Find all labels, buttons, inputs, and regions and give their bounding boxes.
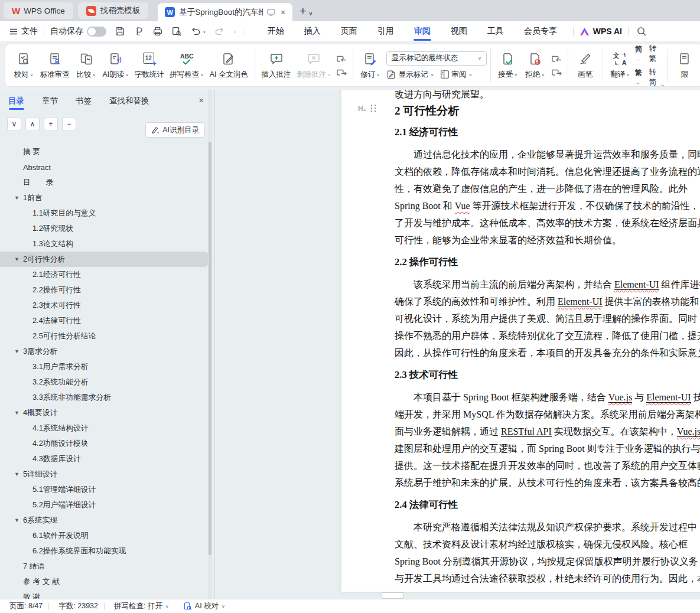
- doc-text-line[interactable]: 文档的依赖，降低存储成本和时间消耗。信息化管理还提高了业务流程的透: [395, 163, 700, 180]
- tab-docer-templates[interactable]: 找稻壳模板: [78, 2, 149, 19]
- doc-text-line[interactable]: 可视化设计，系统为用户提供了美观、简洁且易于理解的操作界面。同时，: [395, 310, 700, 327]
- ai-polish-button[interactable]: AI 全文润色: [207, 47, 251, 84]
- restrict-edit-button[interactable]: 限: [671, 47, 698, 84]
- doc-text-line[interactable]: 性，有效避免了虚假信息的产生，进一步降低了潜在的管理风险。此外: [395, 180, 700, 197]
- toc-collapse-arrow-icon[interactable]: ▼: [14, 348, 19, 354]
- toc-item[interactable]: 4.2功能设计模块: [0, 436, 208, 451]
- reject-revision-button[interactable]: 拒绝∨: [522, 47, 549, 84]
- review-pane-button[interactable]: 审阅∨: [440, 70, 473, 80]
- toc-item[interactable]: 2.5可行性分析结论: [0, 328, 208, 344]
- accept-revision-button[interactable]: 接受∨: [494, 47, 522, 84]
- doc-text-line[interactable]: 通过信息化技术的应用，企业能够显著提升运营效率和服务质量，同时: [395, 146, 700, 163]
- toc-item[interactable]: 7 结语: [0, 559, 208, 574]
- markup-state-select[interactable]: 显示标记的最终状态 ∨: [386, 51, 487, 66]
- toc-item[interactable]: ▼6系统实现: [0, 513, 208, 528]
- doc-text-line[interactable]: 文献、技术资料及设计素材均经过版权核实，确保无侵权风险。核心框: [395, 536, 700, 553]
- toc-item[interactable]: 摘 要: [0, 144, 208, 159]
- menu-insert[interactable]: 插入: [294, 21, 331, 41]
- enter-mobile-view-icon[interactable]: [267, 9, 275, 16]
- simplified-to-traditional-button[interactable]: 简→ 转繁: [635, 44, 663, 64]
- toc-item[interactable]: 3.1用户需求分析: [0, 359, 208, 374]
- previous-revision-button[interactable]: [551, 54, 562, 63]
- page-indicator[interactable]: 页面: 8/47: [9, 601, 43, 611]
- doc-heading[interactable]: 2.3 技术可行性: [395, 367, 700, 383]
- insert-comment-button[interactable]: 插入批注: [259, 47, 294, 84]
- spell-check-status[interactable]: 拼写检查: 打开∨: [114, 601, 169, 611]
- toc-collapse-arrow-icon[interactable]: ▼: [14, 471, 19, 477]
- toc-collapse-button[interactable]: ∨: [7, 117, 21, 131]
- toc-item[interactable]: 3.2系统功能分析: [0, 374, 208, 390]
- menu-tools[interactable]: 工具: [477, 21, 514, 41]
- translate-button[interactable]: 文A 翻译∨: [607, 47, 634, 84]
- doc-text-line[interactable]: 该系统采用当前主流的前后端分离架构，并结合 Element-UI 组件库进行: [395, 276, 700, 293]
- doc-text-line[interactable]: 确保了系统的高效性和可维护性。利用 Element-UI 提供丰富的表格功能和: [395, 293, 700, 310]
- undo-button[interactable]: [190, 27, 201, 36]
- ai-proofread-status[interactable]: AI 校对∨: [183, 601, 225, 611]
- sidebar-tab-find-replace[interactable]: 查找和替换: [109, 90, 149, 112]
- tab-document[interactable]: W 基于SpringBoot的汽车维修管 ×: [158, 3, 292, 21]
- toc-item[interactable]: 致 谢: [0, 589, 208, 599]
- sidebar-scrollbar-thumb[interactable]: [209, 142, 211, 555]
- toc-item[interactable]: 5.1管理端详细设计: [0, 482, 208, 497]
- doc-text-line[interactable]: Spring Boot 分别遵循其开源协议，均按规定保留版权声明并履行协议义务: [395, 553, 700, 570]
- export-pdf-button[interactable]: [134, 26, 144, 37]
- toc-item[interactable]: 6.2操作系统界面和功能实现: [0, 543, 208, 559]
- standard-review-button[interactable]: 标准审查: [37, 47, 73, 84]
- file-menu[interactable]: 文件: [9, 26, 38, 37]
- proofread-button[interactable]: 校对∨: [10, 47, 37, 84]
- sidebar-close-icon[interactable]: ×: [198, 95, 204, 105]
- toc-expand-button[interactable]: ∧: [25, 117, 40, 131]
- doc-text-line[interactable]: 端开发，并采用 MySQL 作为数据存储解决方案。系统采用前后端分离架构: [395, 406, 700, 423]
- doc-text-line[interactable]: 系统易于维护和未来的扩展。从技术可行性的角度来看，该方案具备较高的: [395, 474, 700, 491]
- doc-text-line[interactable]: 提供。这一技术搭配在提升开发效率的同时，也改善了系统的用户交互体验: [395, 457, 700, 474]
- toc-item[interactable]: 4.1系统结构设计: [0, 420, 208, 436]
- toc-collapse-arrow-icon[interactable]: ▼: [14, 410, 19, 416]
- doc-text-line[interactable]: 可行性，能够为企业带来显著的经济效益和长期价值。: [395, 231, 700, 249]
- doc-text-line[interactable]: 了开发与维护成本。这种低成本、高效率的技术方案，使系统在经济层面具: [395, 214, 700, 231]
- print-preview-button[interactable]: [171, 26, 182, 37]
- doc-heading[interactable]: 2.4 法律可行性: [395, 497, 700, 513]
- toc-item[interactable]: ▼3需求分析: [0, 344, 208, 359]
- compare-button[interactable]: 比较∨: [73, 47, 100, 84]
- doc-text-line[interactable]: Spring Boot 和 Vue 等开源技术框架进行开发，不仅确保了技术的前沿…: [395, 197, 700, 214]
- toc-item[interactable]: 参 考 文 献: [0, 574, 208, 589]
- toc-item[interactable]: 2.1经济可行性: [0, 267, 208, 282]
- sidebar-scrollbar[interactable]: [208, 90, 212, 599]
- menu-member[interactable]: 会员专享: [514, 21, 567, 41]
- toc-item[interactable]: Abstract: [0, 159, 208, 175]
- ai-read-button[interactable]: AI朗读∨: [100, 47, 132, 84]
- word-count-button[interactable]: 12+ 字数统计: [132, 47, 167, 84]
- autosave-toggle[interactable]: [87, 27, 106, 37]
- toc-item[interactable]: 1.2研究现状: [0, 221, 208, 236]
- next-revision-button[interactable]: [551, 68, 562, 77]
- menu-home[interactable]: 开始: [258, 21, 294, 41]
- doc-heading[interactable]: 2.2 操作可行性: [395, 255, 700, 270]
- toc-item[interactable]: 5.2用户端详细设计: [0, 497, 208, 513]
- wps-ai-button[interactable]: WPS AI: [579, 27, 622, 36]
- spell-check-button[interactable]: ABC 拼写检查∨: [167, 47, 207, 84]
- toc-item[interactable]: ▼4概要设计: [0, 405, 208, 420]
- toc-item[interactable]: 2.4法律可行性: [0, 313, 208, 328]
- show-markup-button[interactable]: 显示标记∨: [386, 70, 434, 80]
- doc-text-line[interactable]: 面与业务逻辑解耦，通过 RESTful API 实现数据交互。在该架构中，Vue…: [395, 423, 700, 440]
- doc-heading[interactable]: 2.1 经济可行性: [395, 125, 700, 140]
- previous-comment-button[interactable]: [336, 54, 347, 63]
- menu-page[interactable]: 页面: [331, 21, 367, 41]
- toc-item[interactable]: 2.2操作可行性: [0, 282, 208, 298]
- tab-wps-home[interactable]: W WPS Office: [4, 2, 73, 19]
- toc-zoom-in-button[interactable]: +: [44, 117, 58, 131]
- doc-text-line[interactable]: 操作不熟悉的用户群体，系统特别优化了交互流程，降低了使用门槛，提升: [395, 327, 700, 344]
- menu-reference[interactable]: 引用: [367, 21, 404, 41]
- toc-item[interactable]: 3.3系统非功能需求分析: [0, 390, 208, 405]
- group-expand-icon[interactable]: ↘: [660, 82, 665, 87]
- delete-comment-button[interactable]: 删除批注∨: [294, 47, 333, 84]
- toc-item[interactable]: 6.1软件开发说明: [0, 528, 208, 543]
- doc-text-line[interactable]: 与开发工具均通过合法途径获取授权，杜绝未经许可的使用行为。因此，本: [395, 570, 700, 587]
- new-tab-button[interactable]: +: [299, 5, 306, 18]
- toc-zoom-out-button[interactable]: −: [62, 117, 76, 131]
- toc-item[interactable]: ▼1前言: [0, 190, 208, 206]
- menu-review[interactable]: 审阅: [404, 21, 441, 41]
- close-tab-icon[interactable]: ×: [279, 8, 286, 17]
- redo-chevron-icon[interactable]: ∨: [233, 29, 237, 34]
- ai-recognize-toc-button[interactable]: AI识别目录: [145, 122, 205, 138]
